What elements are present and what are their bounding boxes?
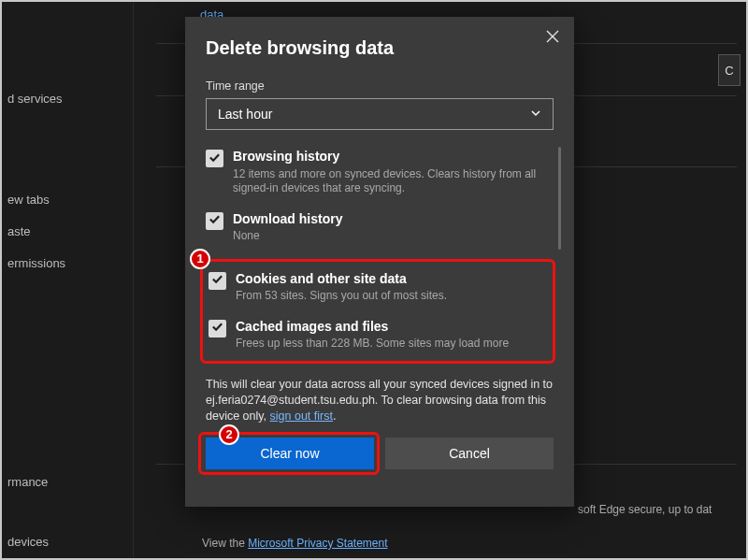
choose-button[interactable]: C (718, 54, 741, 86)
option-sub: Frees up less than 228 MB. Some sites ma… (236, 337, 509, 352)
disclaimer-text: This will clear your data across all you… (206, 378, 553, 423)
sidebar-divider (133, 2, 134, 558)
option-label: Cookies and other site data (236, 271, 447, 288)
checkbox-download-history[interactable] (206, 212, 223, 230)
sidebar-item-new-tabs[interactable]: ew tabs (7, 183, 55, 216)
sidebar-item-devices[interactable]: devices (7, 525, 54, 558)
dialog-buttons: 2 Clear now Cancel (206, 438, 554, 469)
check-icon (209, 151, 221, 167)
option-download-history[interactable]: Download history None (206, 206, 554, 253)
annotation-badge-1: 1 (190, 249, 210, 269)
annotation-badge-2: 2 (219, 424, 239, 445)
sidebar-item-paste[interactable]: aste (7, 215, 36, 248)
option-label: Browsing history (233, 149, 554, 165)
checkbox-cached[interactable] (209, 320, 226, 337)
check-icon (211, 272, 223, 289)
time-range-label: Time range (206, 79, 554, 93)
chevron-down-icon (530, 107, 541, 122)
checkbox-browsing-history[interactable] (206, 150, 223, 167)
cancel-button[interactable]: Cancel (385, 438, 554, 469)
checkbox-cookies[interactable] (209, 272, 226, 290)
option-browsing-history[interactable]: Browsing history 12 items and more on sy… (206, 143, 554, 206)
sidebar-item-services[interactable]: d services (7, 82, 68, 115)
check-icon (209, 212, 221, 229)
secure-text: soft Edge secure, up to dat (578, 503, 712, 516)
sidebar-item-permissions[interactable]: ermissions (7, 247, 71, 280)
option-cached[interactable]: Cached images and files Frees up less th… (209, 313, 547, 355)
close-button[interactable] (539, 24, 567, 52)
annotation-callout-1: 1 Cookies and other site data From 53 si… (200, 259, 555, 364)
option-label: Cached images and files (236, 319, 509, 336)
time-range-value: Last hour (218, 107, 272, 122)
delete-browsing-data-dialog: Delete browsing data Time range Last hou… (185, 17, 574, 507)
privacy-footer: View the Microsoft Privacy Statement (202, 537, 388, 550)
sidebar-item-performance[interactable]: rmance (7, 466, 53, 498)
dialog-title: Delete browsing data (206, 37, 554, 59)
option-sub: None (233, 229, 342, 244)
option-label: Download history (233, 211, 342, 228)
option-sub: From 53 sites. Signs you out of most sit… (236, 289, 447, 304)
privacy-statement-link[interactable]: Microsoft Privacy Statement (248, 537, 387, 550)
options-scroll-area: Browsing history 12 items and more on sy… (206, 143, 554, 364)
close-icon (546, 30, 559, 47)
option-cookies[interactable]: Cookies and other site data From 53 site… (209, 269, 547, 313)
sync-disclaimer: This will clear your data across all you… (206, 377, 554, 424)
time-range-select[interactable]: Last hour (206, 98, 554, 130)
view-label: View the (202, 537, 248, 550)
disclaimer-tail: . (333, 409, 336, 423)
option-sub: 12 items and more on synced devices. Cle… (233, 167, 554, 196)
scrollbar[interactable] (558, 147, 561, 250)
check-icon (211, 320, 223, 337)
sign-out-first-link[interactable]: sign out first (270, 409, 333, 423)
settings-sidebar: d services ew tabs aste ermissions rmanc… (2, 2, 133, 558)
